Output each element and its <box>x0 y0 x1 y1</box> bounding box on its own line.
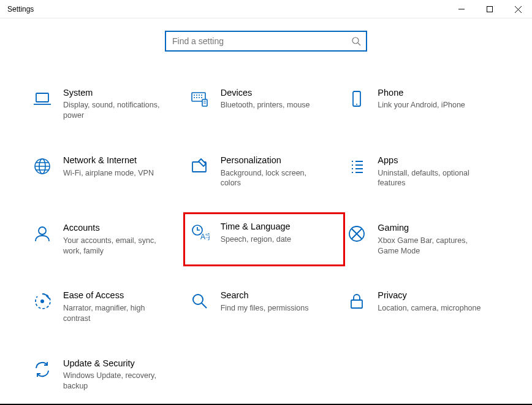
tile-title: Privacy <box>378 290 485 301</box>
close-button[interactable] <box>504 0 532 18</box>
window-title: Settings <box>7 5 34 14</box>
globe-icon <box>32 156 52 176</box>
tile-update-security[interactable]: Update & Security Windows Update, recove… <box>31 353 188 397</box>
search-icon <box>351 36 361 46</box>
svg-rect-0 <box>487 7 493 12</box>
tile-title: Ease of Access <box>63 290 170 301</box>
person-icon <box>32 224 52 244</box>
window-controls <box>447 0 532 18</box>
tile-title: System <box>63 88 170 98</box>
svg-rect-16 <box>351 300 362 308</box>
tile-accounts[interactable]: Accounts Your accounts, email, sync, wor… <box>31 217 188 261</box>
tile-personalization[interactable]: Personalization Background, lock screen,… <box>188 150 346 194</box>
tile-title: Update & Security <box>63 358 170 369</box>
search-input[interactable] <box>171 36 351 47</box>
svg-point-1 <box>352 37 359 44</box>
tile-sub: Bluetooth, printers, mouse <box>221 100 328 110</box>
search-box[interactable] <box>165 31 367 52</box>
tile-sub: Find my files, permissions <box>221 303 328 314</box>
titlebar: Settings <box>0 0 532 18</box>
xbox-icon <box>347 224 367 244</box>
paintbrush-icon <box>190 156 210 176</box>
settings-grid: System Display, sound, notifications, po… <box>0 76 532 397</box>
list-icon <box>347 156 367 176</box>
tile-title: Devices <box>221 88 328 98</box>
tile-title: Gaming <box>378 223 485 233</box>
search-area <box>0 31 532 52</box>
sync-icon <box>32 360 52 379</box>
tile-title: Apps <box>378 155 485 166</box>
ease-icon <box>32 291 52 311</box>
tile-sub: Wi-Fi, airplane mode, VPN <box>63 168 170 179</box>
tile-system[interactable]: System Display, sound, notifications, po… <box>31 82 188 126</box>
lock-icon <box>347 291 367 311</box>
tile-apps[interactable]: Apps Uninstall, defaults, optional featu… <box>345 150 503 194</box>
tile-network[interactable]: Network & Internet Wi-Fi, airplane mode,… <box>31 150 188 194</box>
tile-privacy[interactable]: Privacy Location, camera, microphone <box>345 285 503 329</box>
svg-point-14 <box>40 299 44 303</box>
tile-title: Time & Language <box>221 222 328 232</box>
tile-sub: Link your Android, iPhone <box>378 100 485 110</box>
tile-title: Search <box>221 290 328 301</box>
tile-sub: Speech, region, date <box>221 234 328 245</box>
maximize-button[interactable] <box>476 0 504 18</box>
tile-time-language[interactable]: A字 Time & Language Speech, region, date <box>183 212 346 266</box>
tile-sub: Display, sound, notifications, power <box>63 100 170 121</box>
tile-sub: Narrator, magnifier, high contrast <box>63 303 170 324</box>
svg-rect-2 <box>36 93 48 102</box>
svg-point-10 <box>39 227 46 234</box>
tile-gaming[interactable]: Gaming Xbox Game Bar, captures, Game Mod… <box>345 217 503 261</box>
tile-sub: Xbox Game Bar, captures, Game Mode <box>378 236 485 256</box>
keyboard-icon <box>190 89 210 109</box>
tile-sub: Your accounts, email, sync, work, family <box>63 236 170 256</box>
tile-ease-of-access[interactable]: Ease of Access Narrator, magnifier, high… <box>31 285 188 329</box>
time-language-icon: A字 <box>190 223 210 242</box>
tile-sub: Background, lock screen, colors <box>221 168 328 189</box>
svg-text:A字: A字 <box>200 233 210 241</box>
tile-phone[interactable]: Phone Link your Android, iPhone <box>345 82 503 126</box>
tile-title: Accounts <box>63 223 170 233</box>
tile-sub: Uninstall, defaults, optional features <box>378 168 485 189</box>
phone-icon <box>347 89 367 109</box>
tile-title: Phone <box>378 88 485 98</box>
tile-title: Network & Internet <box>63 155 170 166</box>
svg-point-15 <box>193 295 203 304</box>
tile-sub: Windows Update, recovery, backup <box>63 371 170 392</box>
svg-point-6 <box>356 104 357 105</box>
tile-title: Personalization <box>221 155 328 166</box>
minimize-button[interactable] <box>447 0 476 18</box>
tile-devices[interactable]: Devices Bluetooth, printers, mouse <box>188 82 346 126</box>
magnifier-icon <box>190 291 210 311</box>
tile-search[interactable]: Search Find my files, permissions <box>188 285 346 329</box>
tile-sub: Location, camera, microphone <box>378 303 485 314</box>
laptop-icon <box>32 89 52 109</box>
